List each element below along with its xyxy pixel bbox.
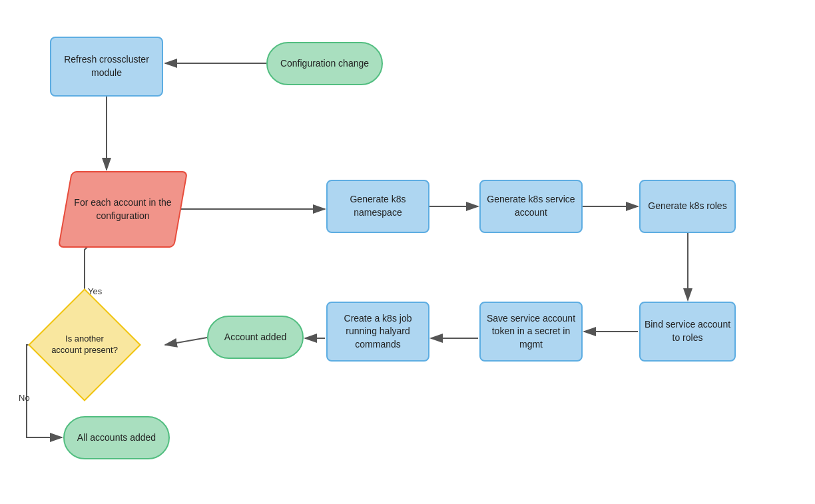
svg-line-10 — [165, 338, 207, 345]
account-added-node: Account added — [207, 316, 304, 359]
refresh-module-node: Refresh crosscluster module — [50, 37, 163, 97]
flowchart-diagram: Configuration change Refresh crosscluste… — [0, 0, 815, 504]
create-k8s-job-node: Create a k8s job running halyard command… — [326, 302, 429, 362]
another-account-diamond: Is another account present? — [28, 288, 141, 401]
all-accounts-node: All accounts added — [63, 416, 170, 459]
bind-service-node: Bind service account to roles — [639, 302, 736, 362]
generate-service-account-node: Generate k8s service account — [479, 180, 583, 233]
yes-label: Yes — [88, 286, 102, 296]
config-change-node: Configuration change — [266, 42, 383, 85]
for-each-node: For each account in the configuration — [58, 171, 188, 248]
save-token-node: Save service account token in a secret i… — [479, 302, 583, 362]
generate-namespace-node: Generate k8s namespace — [326, 180, 429, 233]
generate-roles-node: Generate k8s roles — [639, 180, 736, 233]
no-label: No — [19, 393, 30, 403]
